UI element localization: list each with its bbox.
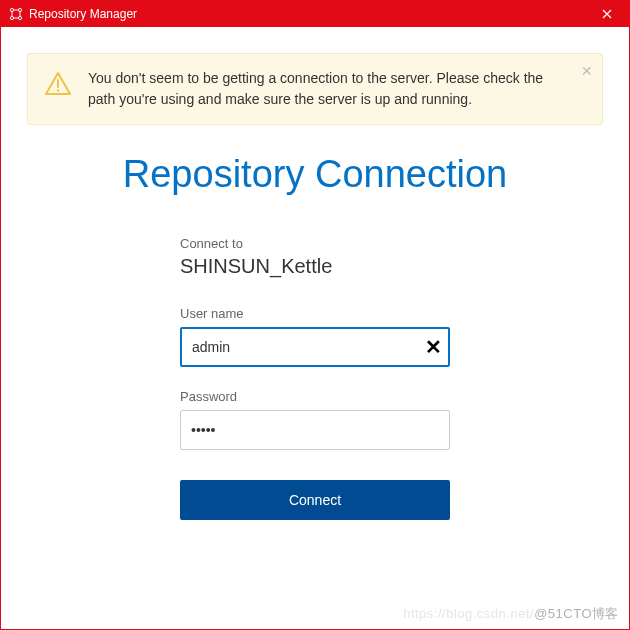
- repository-name: SHINSUN_Kettle: [180, 255, 450, 278]
- window-frame: Repository Manager You don't seem to be …: [0, 0, 630, 630]
- alert-close-button[interactable]: ×: [581, 62, 592, 80]
- username-input-wrap: ✕: [180, 327, 450, 367]
- content-area: You don't seem to be getting a connectio…: [1, 27, 629, 629]
- warning-alert: You don't seem to be getting a connectio…: [27, 53, 603, 125]
- connect-button[interactable]: Connect: [180, 480, 450, 520]
- svg-point-2: [10, 16, 13, 19]
- app-icon: [9, 7, 23, 21]
- titlebar: Repository Manager: [1, 1, 629, 27]
- password-label: Password: [180, 389, 450, 404]
- svg-point-3: [18, 16, 21, 19]
- watermark: https://blog.csdn.net/@51CTO博客: [403, 605, 619, 623]
- watermark-url: https://blog.csdn.net/: [403, 606, 534, 621]
- window-title: Repository Manager: [29, 7, 585, 21]
- connect-to-label: Connect to: [180, 236, 450, 251]
- username-label: User name: [180, 306, 450, 321]
- svg-point-5: [57, 89, 59, 91]
- login-form: Connect to SHINSUN_Kettle User name ✕ Pa…: [180, 236, 450, 520]
- window-close-button[interactable]: [585, 1, 629, 27]
- page-title: Repository Connection: [27, 153, 603, 196]
- watermark-handle: @51CTO博客: [534, 606, 619, 621]
- password-input[interactable]: [180, 410, 450, 450]
- clear-input-icon[interactable]: ✕: [425, 335, 442, 359]
- svg-point-1: [18, 8, 21, 11]
- svg-point-0: [10, 8, 13, 11]
- password-input-wrap: [180, 410, 450, 450]
- alert-message: You don't seem to be getting a connectio…: [88, 68, 568, 110]
- warning-icon: [44, 70, 72, 98]
- username-input[interactable]: [180, 327, 450, 367]
